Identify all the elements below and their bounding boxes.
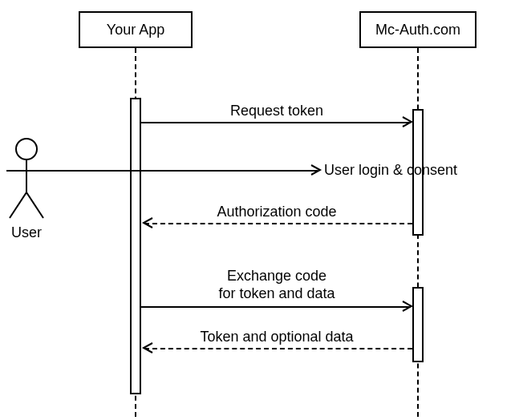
activation-mcauth-2 xyxy=(412,287,424,362)
msg-exchange-line xyxy=(141,306,409,308)
participant-mcauth: Mc-Auth.com xyxy=(359,11,476,48)
arrow-right-icon xyxy=(310,164,322,176)
msg-user-login-line xyxy=(47,170,318,172)
actor-head-icon xyxy=(15,138,38,160)
msg-exchange-label-line1: Exchange code xyxy=(185,268,369,285)
actor-label: User xyxy=(6,224,47,241)
svg-line-1 xyxy=(26,192,43,218)
msg-request-token-label: Request token xyxy=(185,103,369,119)
svg-line-0 xyxy=(10,192,26,218)
msg-request-token-line xyxy=(141,122,409,123)
arrow-right-icon xyxy=(401,115,414,128)
participant-mcauth-label: Mc-Auth.com xyxy=(375,22,460,38)
msg-auth-code-line xyxy=(144,223,412,224)
arrow-right-icon xyxy=(401,300,414,313)
msg-token-label: Token and optional data xyxy=(168,329,385,345)
actor-arms-icon xyxy=(6,170,47,172)
msg-exchange-label-line2: for token and data xyxy=(185,285,369,302)
msg-token-line xyxy=(144,348,412,349)
arrow-left-icon xyxy=(141,216,154,229)
actor-legs-icon xyxy=(6,192,47,220)
activation-your-app xyxy=(130,98,141,394)
msg-user-login-label: User login & consent xyxy=(324,162,509,179)
participant-your-app: Your App xyxy=(79,11,193,48)
participant-your-app-label: Your App xyxy=(107,22,164,38)
actor-body-icon xyxy=(26,160,27,194)
arrow-left-icon xyxy=(141,341,154,354)
sequence-diagram: Your App Mc-Auth.com User Request token … xyxy=(0,0,515,420)
msg-auth-code-label: Authorization code xyxy=(185,204,369,220)
